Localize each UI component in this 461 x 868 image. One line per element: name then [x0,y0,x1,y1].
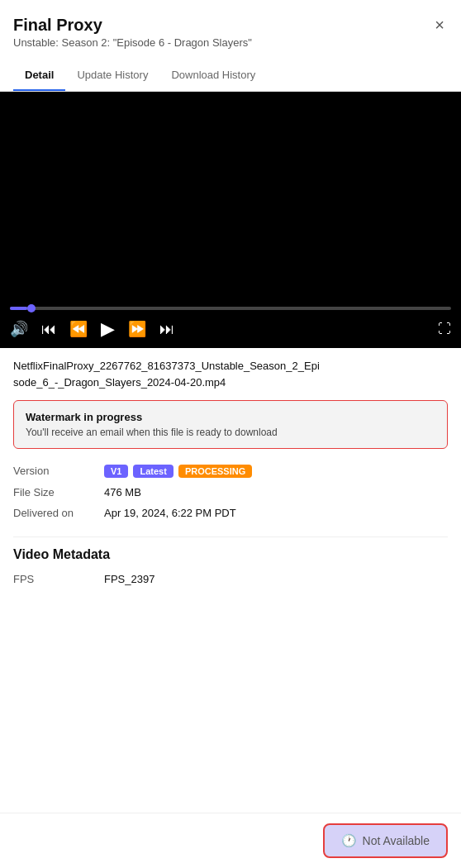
progress-bar[interactable] [10,307,451,310]
footer-bar: 🕐 Not Available [0,813,461,868]
video-controls: 🔊 ⏮ ⏪ ▶ ⏩ ⏭ ⛶ [0,300,461,348]
content-area: NetflixFinalProxy_2267762_81637373_Unsta… [0,348,461,670]
delivered-value: Apr 19, 2024, 6:22 PM PDT [104,503,448,523]
tabs-bar: Detail Update History Download History [0,60,461,92]
progress-dot [27,304,36,312]
divider [13,537,448,537]
video-metadata-title: Video Metadata [13,547,448,562]
badge-v1: V1 [104,465,128,478]
delivered-row: Delivered on Apr 19, 2024, 6:22 PM PDT [13,503,448,523]
delivered-label: Delivered on [13,503,104,523]
badge-processing: PROCESSING [178,465,252,478]
header: Final Proxy × Unstable: Season 2: "Episo… [0,0,461,54]
controls-left: 🔊 ⏮ ⏪ ▶ ⏩ ⏭ [10,318,174,340]
app-title: Final Proxy [13,16,102,35]
not-available-label: Not Available [363,834,430,847]
skip-forward-icon[interactable]: ⏩ [128,320,146,338]
file-size-label: File Size [13,482,104,503]
video-player: 🔊 ⏮ ⏪ ▶ ⏩ ⏭ ⛶ [0,92,461,348]
close-button[interactable]: × [431,15,448,35]
fps-value: FPS_2397 [104,569,448,589]
tab-detail[interactable]: Detail [13,60,65,91]
skip-forward-double-icon[interactable]: ⏭ [159,321,174,338]
version-label: Version [13,460,104,482]
watermark-box: Watermark in progress You'll receive an … [13,400,448,449]
fps-row: FPS FPS_2397 [13,569,448,589]
filename: NetflixFinalProxy_2267762_81637373_Unsta… [13,358,448,390]
skip-back-double-icon[interactable]: ⏮ [41,321,56,338]
file-size-row: File Size 476 MB [13,482,448,503]
play-icon[interactable]: ▶ [101,318,115,340]
file-size-value: 476 MB [104,482,448,503]
watermark-text: You'll receive an email when this file i… [26,427,435,438]
fps-label: FPS [13,569,104,589]
video-metadata-table: FPS FPS_2397 [13,569,448,589]
metadata-table: Version V1 Latest PROCESSING File Size 4… [13,460,448,523]
fullscreen-icon[interactable]: ⛶ [438,322,451,336]
badge-latest: Latest [133,465,173,478]
volume-icon[interactable]: 🔊 [10,320,28,338]
version-value: V1 Latest PROCESSING [104,460,448,482]
not-available-button[interactable]: 🕐 Not Available [323,823,448,858]
watermark-title: Watermark in progress [26,411,435,423]
subtitle: Unstable: Season 2: "Episode 6 - Dragon … [13,36,448,49]
skip-back-icon[interactable]: ⏪ [69,320,88,338]
version-row: Version V1 Latest PROCESSING [13,460,448,482]
tab-download-history[interactable]: Download History [159,60,267,91]
progress-fill [10,307,27,310]
tab-update-history[interactable]: Update History [65,60,159,91]
clock-icon: 🕐 [341,833,357,848]
